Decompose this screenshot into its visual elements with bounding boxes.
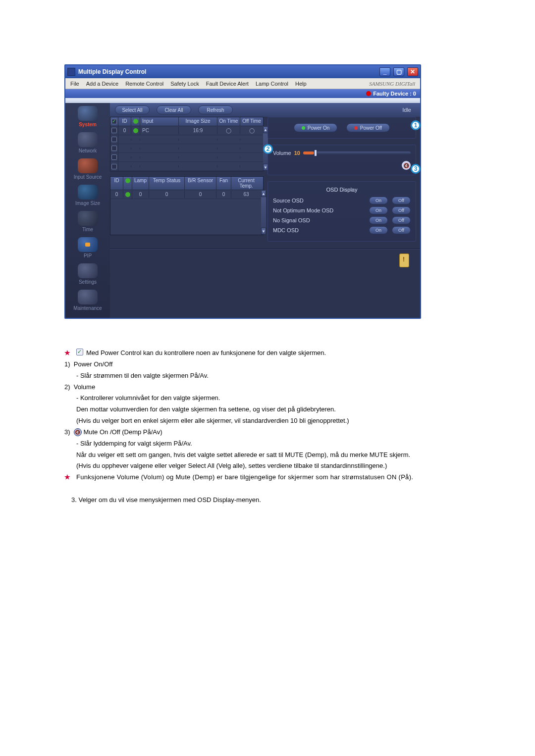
row-checkbox[interactable] (111, 128, 117, 133)
mute-icon: 🔇 (74, 428, 82, 436)
col-input: Input (140, 117, 179, 126)
power-on-button[interactable]: Power On (294, 123, 337, 132)
osd-label: No Signal OSD (273, 217, 365, 223)
input-source-icon (78, 158, 98, 173)
row-checkbox[interactable] (111, 164, 117, 169)
power-panel: Power On Power Off 1 (268, 117, 416, 139)
status-led-icon (133, 119, 138, 124)
window-title: Multiple Display Control (78, 68, 146, 75)
power-off-label: Power Off (360, 125, 382, 131)
cell-id: 0 (118, 127, 131, 134)
desc-note: Funksjonene Volume (Volum) og Mute (Demp… (76, 473, 413, 482)
sidebar-item-pip[interactable]: PIP (69, 237, 106, 258)
sidebar-item-system[interactable]: System (69, 106, 106, 127)
osd-panel: OSD Display Source OSDOnOff Not Optimum … (268, 181, 416, 242)
desc-h2b: Den mottar volumverdien for den valgte s… (76, 405, 490, 414)
desc-h3b: Når du velger ett sett om gangen, hvis d… (76, 451, 490, 460)
power-on-icon (302, 126, 305, 130)
description-text: ★ Med Power Control kan du kontrollere n… (64, 349, 490, 505)
sidebar-item-maintenance[interactable]: Maintenance (69, 290, 106, 311)
not-optimum-osd-on[interactable]: On (369, 206, 388, 214)
header-checkbox[interactable] (111, 119, 117, 124)
cell-current-temp: 63 (231, 191, 261, 198)
source-osd-off[interactable]: Off (392, 197, 411, 204)
cell-image-size: 16:9 (179, 127, 217, 134)
table-row[interactable]: 0 PC 16:9 ◯ ◯ (110, 126, 263, 135)
hint-icon[interactable] (399, 253, 409, 267)
titlebar: Multiple Display Control _ ▢ ✕ (65, 65, 420, 78)
col-id: ID (118, 117, 131, 126)
slider-thumb[interactable] (314, 150, 317, 156)
mute-icon[interactable]: 🔇 (402, 161, 411, 170)
idle-label: Idle (402, 107, 411, 113)
cell-lamp: 0 (132, 191, 149, 198)
status-led-icon (125, 192, 130, 197)
row-checkbox[interactable] (111, 146, 117, 151)
menu-safety-lock[interactable]: Safety Lock (170, 81, 199, 87)
status-table: ID Lamp Temp Status B/R Sensor Fan Curre… (110, 176, 264, 235)
select-all-button[interactable]: Select All (115, 105, 150, 114)
desc-h3c: (Hvis du opphever valgene eller velger S… (76, 461, 490, 471)
power-off-button[interactable]: Power Off (346, 123, 390, 132)
menu-help[interactable]: Help (295, 81, 307, 87)
power-on-label: Power On (308, 125, 329, 131)
sidebar-label: Input Source (74, 174, 102, 180)
desc-h3: Mute On /Off (Demp På/Av) (83, 428, 162, 436)
menu-lamp-control[interactable]: Lamp Control (256, 81, 288, 87)
table-scrollbar[interactable]: ▲▼ (261, 190, 266, 235)
osd-label: Not Optimum Mode OSD (273, 207, 365, 213)
app-window: Multiple Display Control _ ▢ ✕ File Add … (64, 64, 421, 319)
menu-add-device[interactable]: Add a Device (86, 81, 118, 87)
maximize-button[interactable]: ▢ (393, 67, 404, 76)
refresh-button[interactable]: Refresh (198, 105, 233, 114)
close-button[interactable]: ✕ (407, 67, 418, 76)
menu-fault-device-alert[interactable]: Fault Device Alert (206, 81, 249, 87)
sidebar-label: Maintenance (73, 305, 102, 311)
osd-row-source: Source OSDOnOff (273, 197, 411, 204)
row-checkbox[interactable] (111, 137, 117, 142)
status-led-icon (133, 128, 138, 133)
volume-panel: Volume 10 🔇 2 3 (268, 145, 416, 175)
no-signal-osd-on[interactable]: On (369, 216, 388, 224)
menu-file[interactable]: File (70, 81, 79, 87)
clear-all-button[interactable]: Clear All (157, 105, 191, 114)
volume-label: Volume (273, 150, 291, 156)
sidebar-item-settings[interactable]: Settings (69, 263, 106, 285)
col-image-size: Image Size (179, 117, 217, 126)
brand-label: SAMSUNG DIGITall (369, 81, 415, 87)
system-icon (78, 106, 98, 121)
cell-temp-status: 0 (149, 191, 185, 198)
sidebar-item-network[interactable]: Network (69, 132, 106, 153)
mdc-osd-on[interactable]: On (369, 226, 388, 234)
not-optimum-osd-off[interactable]: Off (392, 206, 411, 214)
faulty-device-label: Faulty Device : 0 (373, 91, 416, 97)
volume-slider[interactable] (303, 151, 411, 154)
table-row[interactable]: 0 0 0 0 0 63 (110, 190, 261, 199)
desc-footer: 3. Velger om du vil vise menyskjermen me… (71, 496, 490, 505)
sidebar-label: Time (82, 227, 93, 232)
osd-title: OSD Display (273, 187, 411, 193)
mdc-osd-off[interactable]: Off (392, 226, 411, 234)
sidebar-item-input-source[interactable]: Input Source (69, 158, 106, 180)
status-bar: Faulty Device : 0 (65, 89, 420, 98)
menu-remote-control[interactable]: Remote Control (125, 81, 163, 87)
col-off-time: Off Time (240, 117, 263, 126)
settings-icon (78, 263, 98, 278)
sidebar-item-time[interactable]: Time (69, 211, 106, 232)
col-current-temp: Current Temp. (231, 177, 261, 190)
pip-icon (78, 237, 98, 252)
col-fan: Fan (216, 177, 231, 190)
network-icon (78, 132, 98, 147)
osd-row-not-optimum: Not Optimum Mode OSDOnOff (273, 206, 411, 214)
sidebar-label: Settings (79, 279, 97, 285)
status-led-icon (125, 178, 130, 183)
row-checkbox[interactable] (111, 154, 117, 160)
col-on-time: On Time (217, 117, 240, 126)
no-signal-osd-off[interactable]: Off (392, 216, 411, 224)
callout-1: 1 (411, 120, 421, 130)
checkbox-icon (76, 349, 83, 355)
col-id2: ID (110, 177, 123, 190)
source-osd-on[interactable]: On (369, 197, 388, 204)
minimize-button[interactable]: _ (379, 67, 390, 76)
sidebar-item-image-size[interactable]: Image Size (69, 185, 106, 206)
